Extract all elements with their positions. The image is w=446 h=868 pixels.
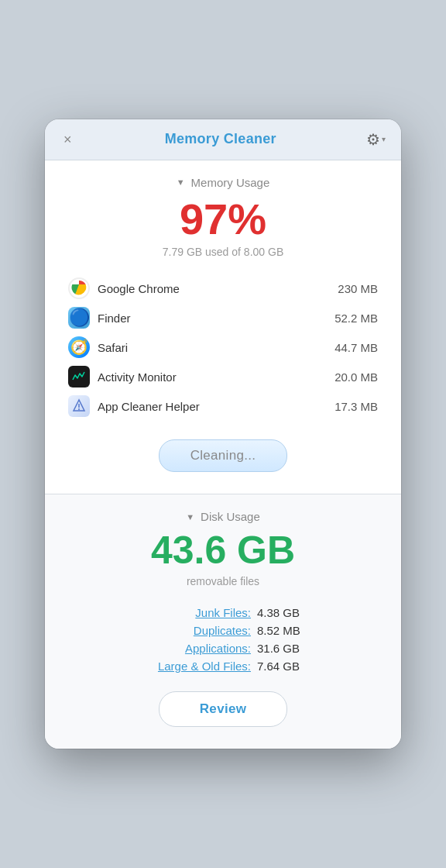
app-size: 17.3 MB xyxy=(334,400,378,413)
list-item: App Cleaner Helper 17.3 MB xyxy=(68,391,378,421)
svg-point-5 xyxy=(78,408,80,410)
list-item: Junk Files: 4.38 GB xyxy=(68,606,378,619)
review-button[interactable]: Review xyxy=(159,691,287,727)
large-old-files-value: 7.64 GB xyxy=(257,660,311,673)
app-size: 52.2 MB xyxy=(334,312,378,325)
duplicates-value: 8.52 MB xyxy=(257,624,311,637)
cleaning-button-wrapper: Cleaning... xyxy=(68,439,378,472)
collapse-triangle-icon: ▼ xyxy=(177,177,185,187)
list-item: Google Chrome 230 MB xyxy=(68,274,378,303)
settings-button[interactable]: ⚙ ▾ xyxy=(366,130,386,149)
duplicates-link[interactable]: Duplicates: xyxy=(135,624,251,637)
collapse-triangle-disk-icon: ▼ xyxy=(186,512,194,522)
disk-section: ▼ Disk Usage 43.6 GB removable files Jun… xyxy=(45,494,401,749)
applications-value: 31.6 GB xyxy=(257,642,311,655)
junk-files-value: 4.38 GB xyxy=(257,606,311,619)
list-item: Large & Old Files: 7.64 GB xyxy=(68,660,378,673)
memory-section-label: Memory Usage xyxy=(191,176,270,189)
list-item: 🔵 Finder 52.2 MB xyxy=(68,303,378,332)
disk-list: Junk Files: 4.38 GB Duplicates: 8.52 MB … xyxy=(68,606,378,673)
safari-icon: 🧭 xyxy=(68,336,90,358)
chevron-down-icon: ▾ xyxy=(382,135,386,143)
title-bar: × Memory Cleaner ⚙ ▾ xyxy=(45,119,401,160)
memory-section-header: ▼ Memory Usage xyxy=(68,176,378,189)
app-name: Finder xyxy=(98,312,334,325)
list-item: Applications: 31.6 GB xyxy=(68,642,378,655)
disk-size: 43.6 GB xyxy=(68,529,378,572)
review-button-wrapper: Review xyxy=(68,691,378,727)
junk-files-link[interactable]: Junk Files: xyxy=(135,606,251,619)
memory-percent: 97% xyxy=(68,195,378,243)
close-button[interactable]: × xyxy=(60,131,75,148)
svg-rect-2 xyxy=(71,369,87,384)
disk-section-label: Disk Usage xyxy=(201,510,260,523)
disk-detail: removable files xyxy=(68,575,378,587)
app-name: Activity Monitor xyxy=(98,370,334,384)
activity-monitor-icon xyxy=(68,366,90,388)
memory-used-detail: 7.79 GB used of 8.00 GB xyxy=(68,246,378,258)
memory-section: ▼ Memory Usage 97% 7.79 GB used of 8.00 … xyxy=(45,160,401,494)
app-size: 44.7 MB xyxy=(334,341,378,354)
applications-link[interactable]: Applications: xyxy=(135,642,251,655)
list-item: Activity Monitor 20.0 MB xyxy=(68,362,378,391)
app-size: 230 MB xyxy=(338,282,378,295)
app-name: App Cleaner Helper xyxy=(98,400,334,413)
chrome-icon xyxy=(68,277,90,299)
list-item: Duplicates: 8.52 MB xyxy=(68,624,378,637)
app-name: Safari xyxy=(98,341,334,354)
gear-icon: ⚙ xyxy=(366,130,380,149)
app-list: Google Chrome 230 MB 🔵 Finder 52.2 MB 🧭 … xyxy=(68,274,378,421)
list-item: 🧭 Safari 44.7 MB xyxy=(68,332,378,362)
disk-section-header: ▼ Disk Usage xyxy=(68,510,378,523)
app-size: 20.0 MB xyxy=(334,370,378,384)
app-title: Memory Cleaner xyxy=(165,131,276,147)
app-name: Google Chrome xyxy=(98,282,338,295)
finder-icon: 🔵 xyxy=(68,307,90,329)
app-cleaner-icon xyxy=(68,395,90,417)
app-window: × Memory Cleaner ⚙ ▾ ▼ Memory Usage 97% … xyxy=(45,119,401,749)
cleaning-button[interactable]: Cleaning... xyxy=(159,439,288,472)
large-old-files-link[interactable]: Large & Old Files: xyxy=(135,660,251,673)
